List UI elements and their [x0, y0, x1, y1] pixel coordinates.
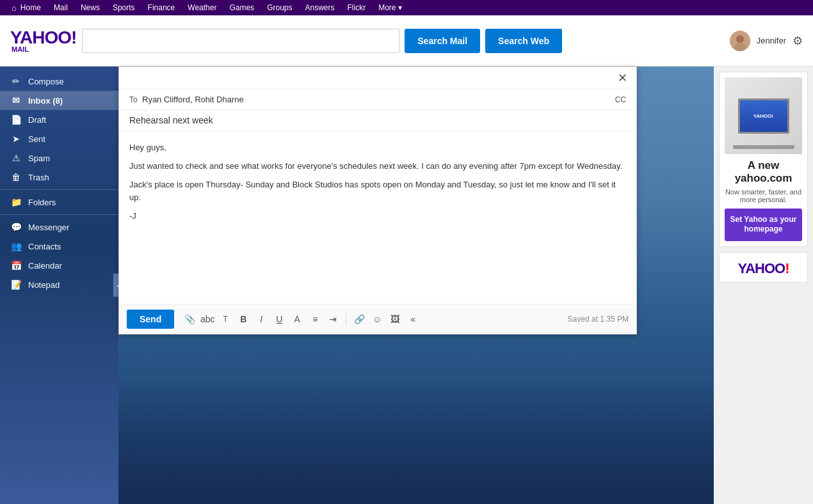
sidebar-item-trash[interactable]: 🗑 Trash — [0, 168, 118, 187]
nav-answers[interactable]: Answers — [298, 0, 341, 15]
notepad-icon: 📝 — [10, 280, 22, 290]
laptop-base — [733, 145, 794, 149]
nav-finance[interactable]: Finance — [141, 0, 182, 15]
sent-icon: ➤ — [10, 134, 22, 144]
compose-icon: ✏ — [10, 76, 22, 86]
email-body[interactable]: Hey guys, Just wanted to check and see w… — [119, 131, 636, 304]
sidebar: ✏ Compose ✉ Inbox (8) 📄 Draft ➤ Sent ⚠ S… — [0, 67, 118, 504]
laptop-screen: YAHOO! — [738, 98, 789, 134]
search-web-button[interactable]: Search Web — [485, 29, 562, 53]
inbox-icon: ✉ — [10, 95, 22, 106]
underline-icon[interactable]: U — [271, 311, 287, 327]
sidebar-item-notepad[interactable]: 📝 Notepad — [0, 275, 118, 294]
compose-toolbar: Send 📎 abc T B I U A ≡ ⇥ 🔗 ☺ 🖼 « Saved a… — [119, 304, 636, 334]
body-line-2: Just wanted to check and see what works … — [129, 160, 626, 173]
to-value: Ryan Clifford, Rohit Dharne — [142, 95, 615, 104]
ad-laptop-image: YAHOO! — [725, 77, 802, 154]
toolbar-separator — [346, 313, 346, 326]
content-area: ✕ To Ryan Clifford, Rohit Dharne CC Rehe… — [118, 67, 714, 504]
header: YAHOO! MAIL Search Mail Search Web Jenni… — [0, 15, 813, 67]
bold-icon[interactable]: B — [236, 311, 251, 327]
home-label: Home — [20, 3, 41, 12]
search-mail-button[interactable]: Search Mail — [405, 29, 480, 53]
avatar — [730, 31, 750, 51]
draft-icon: 📄 — [10, 114, 22, 125]
svg-point-1 — [736, 35, 744, 43]
close-button[interactable]: ✕ — [614, 70, 631, 86]
attach-icon[interactable]: 📎 — [182, 311, 197, 327]
settings-icon[interactable]: ⚙ — [793, 34, 803, 48]
italic-icon[interactable]: I — [254, 311, 269, 327]
yahoo-logo-ad-card: YAHOO! — [719, 252, 808, 283]
subject-text: Rehearsal next week — [129, 115, 213, 125]
nav-sports[interactable]: Sports — [106, 0, 141, 15]
modal-header: ✕ — [119, 67, 636, 90]
bullet-list-icon[interactable]: ≡ — [307, 311, 323, 327]
link-icon[interactable]: 🔗 — [351, 311, 367, 327]
messenger-icon: 💬 — [10, 222, 22, 232]
send-button[interactable]: Send — [127, 310, 174, 329]
sidebar-item-messenger[interactable]: 💬 Messenger — [0, 217, 118, 237]
body-line-1: Hey guys, — [129, 141, 626, 155]
saved-status: Saved at 1.35 PM — [568, 315, 629, 324]
sidebar-item-folders[interactable]: 📁 Folders — [0, 193, 118, 212]
subject-row: Rehearsal next week — [119, 110, 636, 131]
nav-weather[interactable]: Weather — [181, 0, 223, 15]
top-navigation: ⌂ Home Mail News Sports Finance Weather … — [0, 0, 813, 15]
to-row: To Ryan Clifford, Rohit Dharne CC — [119, 90, 636, 110]
nav-games[interactable]: Games — [223, 0, 261, 15]
ad-card: YAHOO! A new yahoo.com Now smarter, fast… — [719, 72, 808, 247]
yahoo-logo: YAHOO! MAIL — [10, 29, 74, 53]
image-icon[interactable]: 🖼 — [387, 311, 403, 327]
spam-icon: ⚠ — [10, 153, 22, 163]
sidebar-item-spam[interactable]: ⚠ Spam — [0, 148, 118, 168]
nav-news[interactable]: News — [74, 0, 106, 15]
font-color-icon[interactable]: A — [289, 311, 305, 327]
nav-more[interactable]: More ▾ — [372, 0, 408, 15]
yahoo-logo-ad: YAHOO! — [725, 260, 802, 277]
contacts-icon: 👥 — [10, 241, 22, 251]
indent-icon[interactable]: ⇥ — [325, 311, 341, 327]
ad-panel: YAHOO! A new yahoo.com Now smarter, fast… — [714, 67, 813, 504]
background-scene — [118, 376, 714, 504]
calendar-icon: 📅 — [10, 260, 22, 271]
sidebar-divider-2 — [0, 214, 118, 215]
body-line-4: -J — [129, 210, 626, 223]
nav-mail[interactable]: Mail — [47, 0, 74, 15]
header-right: Jennifer ⚙ — [730, 31, 803, 51]
yahoo-mail-label: MAIL — [12, 45, 29, 53]
nav-home[interactable]: ⌂ Home — [5, 0, 47, 15]
ad-subtext: Now smarter, faster, and more personal. — [725, 188, 802, 203]
main-area: ✏ Compose ✉ Inbox (8) 📄 Draft ➤ Sent ⚠ S… — [0, 67, 813, 504]
nav-groups[interactable]: Groups — [261, 0, 298, 15]
body-line-3: Jack's place is open Thursday- Sunday an… — [129, 178, 626, 205]
user-name-label: Jennifer — [757, 36, 786, 45]
sidebar-item-inbox[interactable]: ✉ Inbox (8) — [0, 91, 118, 110]
to-label: To — [129, 95, 142, 104]
ad-headline: A new yahoo.com — [725, 159, 802, 185]
more-options-icon[interactable]: « — [405, 311, 421, 327]
sidebar-item-sent[interactable]: ➤ Sent — [0, 129, 118, 148]
cc-label[interactable]: CC — [615, 95, 626, 104]
trash-icon: 🗑 — [10, 172, 22, 182]
sidebar-item-draft[interactable]: 📄 Draft — [0, 110, 118, 129]
folders-icon: 📁 — [10, 197, 22, 207]
search-area: Search Mail Search Web — [82, 29, 562, 53]
font-size-icon[interactable]: T — [218, 311, 233, 327]
sidebar-divider — [0, 189, 118, 190]
ad-cta-button[interactable]: Set Yahoo as your homepage — [725, 209, 802, 241]
compose-modal: ✕ To Ryan Clifford, Rohit Dharne CC Rehe… — [118, 67, 637, 335]
home-icon: ⌂ — [12, 3, 17, 13]
spellcheck-icon[interactable]: abc — [200, 311, 215, 327]
sidebar-item-compose[interactable]: ✏ Compose — [0, 72, 118, 91]
search-input[interactable] — [82, 29, 399, 53]
sidebar-item-calendar[interactable]: 📅 Calendar — [0, 256, 118, 275]
nav-flickr[interactable]: Flickr — [341, 0, 373, 15]
yahoo-logo-text: YAHOO! — [10, 29, 76, 47]
sidebar-item-contacts[interactable]: 👥 Contacts — [0, 237, 118, 256]
emoji-icon[interactable]: ☺ — [369, 311, 385, 327]
